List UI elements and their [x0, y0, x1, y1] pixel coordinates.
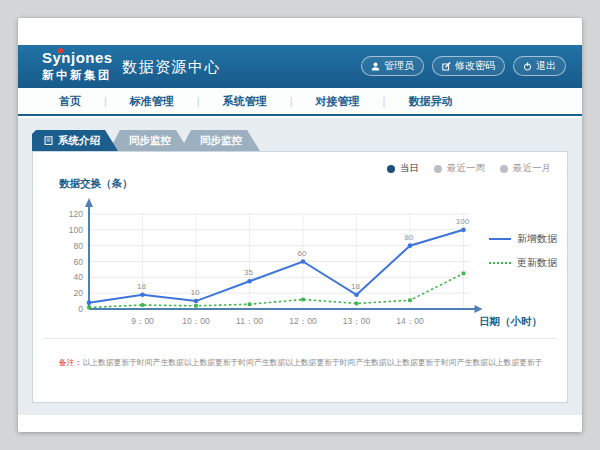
svg-text:60: 60 — [74, 257, 84, 267]
legend-item-updated-data: 更新数据 — [489, 256, 557, 270]
edit-icon — [442, 62, 451, 71]
svg-text:9：00: 9：00 — [131, 316, 154, 326]
tab-sync-monitor-1[interactable]: 同步监控 — [109, 130, 189, 151]
radio-dot-icon — [500, 165, 508, 173]
logo-company-name: 新中新集团 — [42, 68, 113, 82]
legend-label: 新增数据 — [517, 232, 557, 246]
page-title: 数据资源中心 — [122, 58, 221, 77]
nav-item-data-change[interactable]: 数据异动 — [385, 94, 475, 109]
admin-user-label: 管理员 — [384, 59, 414, 73]
tab-label: 同步监控 — [200, 134, 242, 148]
logo-red-dot-icon — [58, 48, 63, 53]
svg-text:120: 120 — [69, 209, 83, 219]
header-actions: 管理员 修改密码 退出 — [361, 56, 566, 76]
change-password-button[interactable]: 修改密码 — [432, 56, 505, 76]
app-header: Synjones 新中新集团 数据资源中心 管理员 修改密码 — [18, 45, 582, 88]
logout-label: 退出 — [536, 59, 556, 73]
tab-sync-monitor-2[interactable]: 同步监控 — [180, 130, 260, 151]
radio-dot-icon — [434, 165, 442, 173]
nav-item-home[interactable]: 首页 — [36, 94, 104, 109]
company-logo: Synjones 新中新集团 — [42, 49, 113, 82]
footnote-text: 以上数据更新于时间产生数据以上数据更新于时间产生数据以上数据更新于时间产生数据以… — [82, 358, 542, 367]
footnote-prefix: 备注： — [59, 358, 82, 367]
svg-text:14：00: 14：00 — [396, 316, 424, 326]
time-range-filter: 当日 最近一周 最近一月 — [387, 162, 551, 175]
svg-text:60: 60 — [298, 249, 307, 258]
svg-text:12：00: 12：00 — [289, 316, 317, 326]
chart-panel: 当日 最近一周 最近一月 数据交换（条） 0204060801001209：00… — [32, 151, 568, 403]
document-icon — [44, 135, 53, 147]
logo-wordmark: Synjones — [42, 49, 113, 68]
nav-item-system-mgmt[interactable]: 系统管理 — [200, 94, 290, 109]
tab-label: 同步监控 — [129, 134, 171, 148]
radio-dot-icon — [387, 165, 395, 173]
user-icon — [371, 62, 380, 71]
svg-text:35: 35 — [244, 268, 253, 277]
desktop-background: Synjones 新中新集团 数据资源中心 管理员 修改密码 — [0, 0, 600, 450]
tab-system-intro[interactable]: 系统介绍 — [32, 130, 118, 151]
radio-last-month[interactable]: 最近一月 — [500, 162, 551, 175]
svg-text:80: 80 — [74, 241, 84, 251]
panel-divider — [43, 338, 557, 339]
legend-item-new-data: 新增数据 — [489, 232, 557, 246]
main-nav: 首页 | 标准管理 | 系统管理 | 对接管理 | 数据异动 — [18, 88, 582, 116]
legend-label: 更新数据 — [517, 256, 557, 270]
radio-today[interactable]: 当日 — [387, 162, 419, 175]
x-axis-title: 日期（小时） — [479, 315, 542, 329]
svg-text:18: 18 — [137, 282, 146, 291]
line-chart: 0204060801001209：0010：0011：0012：0013：001… — [43, 192, 483, 337]
radio-label: 当日 — [400, 162, 419, 175]
svg-text:18: 18 — [351, 282, 360, 291]
svg-text:0: 0 — [78, 304, 83, 314]
radio-last-week[interactable]: 最近一周 — [434, 162, 485, 175]
svg-text:11：00: 11：00 — [236, 316, 263, 326]
app-window: Synjones 新中新集团 数据资源中心 管理员 修改密码 — [18, 18, 582, 432]
logout-button[interactable]: 退出 — [513, 56, 566, 76]
svg-text:10: 10 — [191, 288, 200, 297]
radio-label: 最近一月 — [513, 162, 551, 175]
radio-label: 最近一周 — [447, 162, 485, 175]
svg-text:13：00: 13：00 — [343, 316, 371, 326]
nav-item-interface-mgmt[interactable]: 对接管理 — [293, 94, 383, 109]
dotted-line-swatch-icon — [489, 262, 511, 264]
tab-bar: 系统介绍 同步监控 同步监控 — [32, 130, 260, 151]
solid-line-swatch-icon — [489, 238, 511, 240]
svg-text:10：00: 10：00 — [182, 316, 210, 326]
change-password-label: 修改密码 — [455, 59, 495, 73]
svg-text:100: 100 — [456, 217, 470, 226]
tab-label: 系统介绍 — [58, 134, 100, 148]
svg-text:20: 20 — [74, 288, 84, 298]
svg-text:80: 80 — [405, 233, 414, 242]
chart-legend: 新增数据 更新数据 — [489, 232, 557, 270]
power-icon — [523, 62, 532, 71]
svg-text:100: 100 — [69, 225, 83, 235]
nav-item-standard-mgmt[interactable]: 标准管理 — [107, 94, 197, 109]
admin-user-button[interactable]: 管理员 — [361, 56, 424, 76]
footnote: 备注：以上数据更新于时间产生数据以上数据更新于时间产生数据以上数据更新于时间产生… — [59, 357, 574, 368]
y-axis-title: 数据交换（条） — [59, 177, 133, 191]
svg-text:40: 40 — [74, 272, 84, 282]
content-area: 系统介绍 同步监控 同步监控 当日 最近一周 — [18, 118, 582, 415]
